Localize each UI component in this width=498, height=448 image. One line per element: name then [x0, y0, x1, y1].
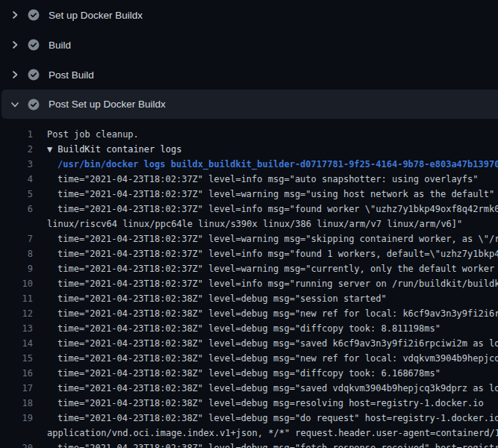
line-number[interactable]: 13: [0, 321, 34, 336]
line-number[interactable]: 15: [0, 351, 34, 366]
check-circle-icon: [28, 39, 40, 51]
line-number[interactable]: 19: [0, 411, 34, 426]
line-number[interactable]: 3: [0, 157, 34, 172]
log-text: time="2021-04-23T18:02:37Z" level=info m…: [47, 276, 498, 291]
log-line-body: time="2021-04-23T18:02:37Z" level=info m…: [47, 246, 498, 261]
log-text: Post job cleanup.: [47, 127, 498, 142]
chevron-down-icon: [9, 99, 21, 111]
log-line-body: time="2021-04-23T18:02:37Z" level=info m…: [47, 172, 498, 187]
log-line-body: time="2021-04-23T18:02:38Z" level=debug …: [47, 381, 498, 396]
step-row-post-set-up-docker-buildx[interactable]: Post Set up Docker Buildx: [1, 90, 498, 119]
log-line: 7time="2021-04-23T18:02:37Z" level=warni…: [0, 231, 498, 246]
line-number[interactable]: 16: [0, 366, 34, 381]
line-number[interactable]: 5: [0, 187, 34, 202]
log-line-body: /usr/bin/docker logs buildx_buildkit_bui…: [47, 157, 498, 172]
log-line: 15time="2021-04-23T18:02:38Z" level=debu…: [0, 351, 498, 366]
log-text: time="2021-04-23T18:02:37Z" level=warnin…: [47, 187, 498, 202]
log-line-body: time="2021-04-23T18:02:37Z" level=info m…: [47, 276, 498, 291]
log-line-body: time="2021-04-23T18:02:38Z" level=debug …: [47, 366, 498, 381]
log-text: time="2021-04-23T18:02:37Z" level=warnin…: [47, 231, 498, 246]
log-line-body: time="2021-04-23T18:02:38Z" level=debug …: [47, 441, 498, 448]
log-text: time="2021-04-23T18:02:38Z" level=debug …: [47, 411, 498, 426]
step-row-build[interactable]: Build: [0, 30, 498, 60]
log-line: 2▼BuildKit container logs: [0, 142, 498, 157]
log-line: 18time="2021-04-23T18:02:38Z" level=debu…: [0, 396, 498, 411]
actions-log-viewer: Set up Docker BuildxBuildPost BuildPost …: [0, 0, 498, 448]
log-line: 16time="2021-04-23T18:02:38Z" level=debu…: [0, 366, 498, 381]
line-number[interactable]: 17: [0, 381, 34, 396]
log-line: 19time="2021-04-23T18:02:38Z" level=debu…: [0, 411, 498, 441]
line-number[interactable]: 11: [0, 291, 34, 306]
log-line-body: time="2021-04-23T18:02:38Z" level=debug …: [47, 321, 498, 336]
log-line-body: time="2021-04-23T18:02:38Z" level=debug …: [47, 411, 498, 441]
log-line-body: time="2021-04-23T18:02:37Z" level=info m…: [47, 202, 498, 231]
line-number[interactable]: 10: [0, 276, 34, 291]
log-text: time="2021-04-23T18:02:38Z" level=debug …: [47, 291, 498, 306]
line-number[interactable]: 12: [0, 306, 34, 321]
log-panel[interactable]: 1Post job cleanup.2▼BuildKit container l…: [0, 118, 498, 448]
log-line: 13time="2021-04-23T18:02:38Z" level=debu…: [0, 321, 498, 336]
log-group-title: BuildKit container logs: [57, 144, 181, 155]
log-command: /usr/bin/docker logs buildx_buildkit_bui…: [47, 157, 498, 172]
line-number[interactable]: 8: [0, 246, 34, 261]
log-group-toggle[interactable]: ▼BuildKit container logs: [47, 142, 498, 157]
log-text: time="2021-04-23T18:02:38Z" level=debug …: [47, 306, 498, 321]
log-text: time="2021-04-23T18:02:38Z" level=debug …: [47, 381, 498, 396]
line-number[interactable]: 2: [0, 142, 34, 157]
line-number[interactable]: 6: [0, 202, 34, 217]
log-line: 9time="2021-04-23T18:02:37Z" level=warni…: [0, 261, 498, 276]
log-line: 12time="2021-04-23T18:02:38Z" level=debu…: [0, 306, 498, 321]
log-text: time="2021-04-23T18:02:37Z" level=warnin…: [47, 261, 498, 276]
line-number[interactable]: 18: [0, 396, 34, 411]
log-line-body: time="2021-04-23T18:02:38Z" level=debug …: [47, 336, 498, 351]
log-line-body: time="2021-04-23T18:02:37Z" level=warnin…: [47, 231, 498, 246]
log-line-body: time="2021-04-23T18:02:38Z" level=debug …: [47, 291, 498, 306]
line-number[interactable]: 9: [0, 261, 34, 276]
log-line-body: time="2021-04-23T18:02:37Z" level=warnin…: [47, 187, 498, 202]
line-number[interactable]: 20: [0, 441, 34, 448]
log-line-body: Post job cleanup.: [47, 127, 498, 142]
log-text: time="2021-04-23T18:02:37Z" level=info m…: [47, 202, 498, 217]
step-label: Post Build: [49, 69, 94, 81]
log-line: 10time="2021-04-23T18:02:37Z" level=info…: [0, 276, 498, 291]
step-label: Set up Docker Buildx: [49, 10, 143, 21]
log-text: time="2021-04-23T18:02:38Z" level=debug …: [47, 441, 498, 448]
log-line: 11time="2021-04-23T18:02:38Z" level=debu…: [0, 291, 498, 306]
log-text: time="2021-04-23T18:02:37Z" level=info m…: [47, 172, 498, 187]
step-label: Post Set up Docker Buildx: [49, 99, 166, 110]
chevron-right-icon: [9, 39, 21, 51]
log-line-body: time="2021-04-23T18:02:38Z" level=debug …: [47, 306, 498, 321]
log-text: time="2021-04-23T18:02:38Z" level=debug …: [47, 396, 498, 411]
log-line: 3/usr/bin/docker logs buildx_buildkit_bu…: [0, 157, 498, 172]
log-text-wrap: linux/riscv64 linux/ppc64le linux/s390x …: [47, 217, 498, 231]
line-number[interactable]: 4: [0, 172, 34, 187]
check-circle-icon: [28, 9, 40, 21]
log-line: 1Post job cleanup.: [0, 127, 498, 142]
log-line: 4time="2021-04-23T18:02:37Z" level=info …: [0, 172, 498, 187]
log-line-body: time="2021-04-23T18:02:37Z" level=warnin…: [47, 261, 498, 276]
check-circle-icon: [28, 69, 40, 81]
chevron-right-icon: [9, 69, 21, 81]
step-row-set-up-docker-buildx[interactable]: Set up Docker Buildx: [0, 0, 498, 30]
line-number[interactable]: 7: [0, 231, 34, 246]
log-text: time="2021-04-23T18:02:38Z" level=debug …: [47, 336, 498, 351]
triangle-down-icon: ▼: [47, 144, 52, 155]
log-line: 17time="2021-04-23T18:02:38Z" level=debu…: [0, 381, 498, 396]
log-text: time="2021-04-23T18:02:38Z" level=debug …: [47, 366, 498, 381]
chevron-right-icon: [9, 9, 21, 21]
log-text-wrap: application/vnd.oci.image.index.v1+json,…: [47, 426, 498, 441]
log-line: 20time="2021-04-23T18:02:38Z" level=debu…: [0, 441, 498, 448]
step-label: Build: [49, 40, 71, 51]
log-line-body: ▼BuildKit container logs: [47, 142, 498, 157]
step-row-post-build[interactable]: Post Build: [0, 60, 498, 90]
line-number[interactable]: 14: [0, 336, 34, 351]
log-line: 6time="2021-04-23T18:02:37Z" level=info …: [0, 202, 498, 231]
log-text: time="2021-04-23T18:02:38Z" level=debug …: [47, 321, 498, 336]
log-line: 8time="2021-04-23T18:02:37Z" level=info …: [0, 246, 498, 261]
step-list: Set up Docker BuildxBuildPost BuildPost …: [0, 0, 498, 119]
line-number[interactable]: 1: [0, 127, 34, 142]
log-line-body: time="2021-04-23T18:02:38Z" level=debug …: [47, 396, 498, 411]
log-text: time="2021-04-23T18:02:38Z" level=debug …: [47, 351, 498, 366]
log-line: 5time="2021-04-23T18:02:37Z" level=warni…: [0, 187, 498, 202]
log-text: time="2021-04-23T18:02:37Z" level=info m…: [47, 246, 498, 261]
